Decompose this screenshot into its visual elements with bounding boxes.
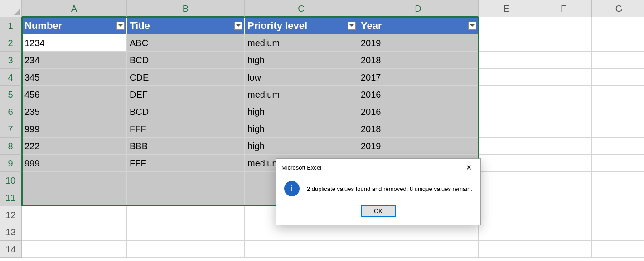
row-header-10[interactable]: 10 — [0, 172, 22, 189]
cell-C7[interactable]: high — [245, 120, 358, 138]
cell-F9[interactable] — [535, 155, 592, 172]
table-header-A[interactable]: Number — [22, 17, 127, 34]
filter-dropdown-icon[interactable] — [234, 22, 242, 30]
cell-F6[interactable] — [535, 103, 592, 120]
table-header-D[interactable]: Year — [358, 17, 479, 34]
row-header-13[interactable]: 13 — [0, 223, 22, 241]
cell-A9[interactable]: 999 — [22, 155, 127, 172]
cell-G14[interactable] — [592, 241, 644, 258]
table-header-C[interactable]: Priority level — [245, 17, 358, 34]
cell-F10[interactable] — [535, 172, 592, 189]
cell-A2[interactable]: 1234 — [22, 34, 127, 52]
filter-dropdown-icon[interactable] — [116, 22, 125, 30]
cell-A8[interactable]: 222 — [22, 138, 127, 155]
cell-E3[interactable] — [479, 52, 535, 69]
filter-dropdown-icon[interactable] — [348, 22, 356, 30]
cell-F2[interactable] — [535, 34, 592, 52]
cell-E10[interactable] — [479, 172, 535, 189]
cell-F4[interactable] — [535, 69, 592, 86]
cell-E13[interactable] — [479, 223, 535, 241]
cell-D5[interactable]: 2016 — [358, 86, 479, 103]
cell-B3[interactable]: BCD — [127, 52, 245, 69]
cell-B4[interactable]: CDE — [127, 69, 245, 86]
cell-F14[interactable] — [535, 241, 592, 258]
cell-F11[interactable] — [535, 189, 592, 206]
select-all-corner[interactable] — [0, 0, 22, 17]
cell-F1[interactable] — [535, 17, 592, 34]
cell-A5[interactable]: 456 — [22, 86, 127, 103]
cell-C6[interactable]: high — [245, 103, 358, 120]
row-header-1[interactable]: 1 — [0, 17, 22, 34]
row-header-14[interactable]: 14 — [0, 241, 22, 258]
cell-F3[interactable] — [535, 52, 592, 69]
cell-D13[interactable] — [358, 223, 479, 241]
cell-G13[interactable] — [592, 223, 644, 241]
cell-E12[interactable] — [479, 206, 535, 223]
row-header-9[interactable]: 9 — [0, 155, 22, 172]
cell-F13[interactable] — [535, 223, 592, 241]
cell-B5[interactable]: DEF — [127, 86, 245, 103]
cell-G12[interactable] — [592, 206, 644, 223]
cell-F12[interactable] — [535, 206, 592, 223]
row-header-4[interactable]: 4 — [0, 69, 22, 86]
column-header-E[interactable]: E — [479, 0, 535, 17]
cell-C4[interactable]: low — [245, 69, 358, 86]
cell-D3[interactable]: 2018 — [358, 52, 479, 69]
cell-F5[interactable] — [535, 86, 592, 103]
cell-B8[interactable]: BBB — [127, 138, 245, 155]
row-header-6[interactable]: 6 — [0, 103, 22, 120]
column-header-C[interactable]: C — [245, 0, 358, 17]
filter-dropdown-icon[interactable] — [468, 22, 476, 30]
cell-E2[interactable] — [479, 34, 535, 52]
row-header-2[interactable]: 2 — [0, 34, 22, 52]
cell-B14[interactable] — [127, 241, 245, 258]
cell-A6[interactable]: 235 — [22, 103, 127, 120]
cell-E4[interactable] — [479, 69, 535, 86]
cell-A13[interactable] — [22, 223, 127, 241]
cell-G1[interactable] — [592, 17, 644, 34]
cell-B7[interactable]: FFF — [127, 120, 245, 138]
ok-button[interactable]: OK — [361, 205, 396, 217]
cell-C2[interactable]: medium — [245, 34, 358, 52]
cell-E11[interactable] — [479, 189, 535, 206]
row-header-11[interactable]: 11 — [0, 189, 22, 206]
cell-G8[interactable] — [592, 138, 644, 155]
cell-D8[interactable]: 2019 — [358, 138, 479, 155]
cell-D14[interactable] — [358, 241, 479, 258]
cell-E5[interactable] — [479, 86, 535, 103]
column-header-B[interactable]: B — [127, 0, 245, 17]
cell-C13[interactable] — [245, 223, 358, 241]
cell-B13[interactable] — [127, 223, 245, 241]
cell-G6[interactable] — [592, 103, 644, 120]
cell-A10[interactable] — [22, 172, 127, 189]
row-header-8[interactable]: 8 — [0, 138, 22, 155]
cell-G9[interactable] — [592, 155, 644, 172]
cell-A12[interactable] — [22, 206, 127, 223]
cell-A7[interactable]: 999 — [22, 120, 127, 138]
cell-A4[interactable]: 345 — [22, 69, 127, 86]
cell-E6[interactable] — [479, 103, 535, 120]
row-header-3[interactable]: 3 — [0, 52, 22, 69]
row-header-5[interactable]: 5 — [0, 86, 22, 103]
cell-B9[interactable]: FFF — [127, 155, 245, 172]
cell-C8[interactable]: high — [245, 138, 358, 155]
cell-A14[interactable] — [22, 241, 127, 258]
cell-C5[interactable]: medium — [245, 86, 358, 103]
cell-G4[interactable] — [592, 69, 644, 86]
cell-E9[interactable] — [479, 155, 535, 172]
cell-G7[interactable] — [592, 120, 644, 138]
cell-A11[interactable] — [22, 189, 127, 206]
cell-D4[interactable]: 2017 — [358, 69, 479, 86]
cell-G10[interactable] — [592, 172, 644, 189]
cell-E1[interactable] — [479, 17, 535, 34]
column-header-D[interactable]: D — [358, 0, 479, 17]
cell-G2[interactable] — [592, 34, 644, 52]
cell-C3[interactable]: high — [245, 52, 358, 69]
cell-F8[interactable] — [535, 138, 592, 155]
column-header-F[interactable]: F — [535, 0, 592, 17]
cell-D6[interactable]: 2016 — [358, 103, 479, 120]
column-header-A[interactable]: A — [22, 0, 127, 17]
cell-B2[interactable]: ABC — [127, 34, 245, 52]
cell-A3[interactable]: 234 — [22, 52, 127, 69]
cell-G5[interactable] — [592, 86, 644, 103]
